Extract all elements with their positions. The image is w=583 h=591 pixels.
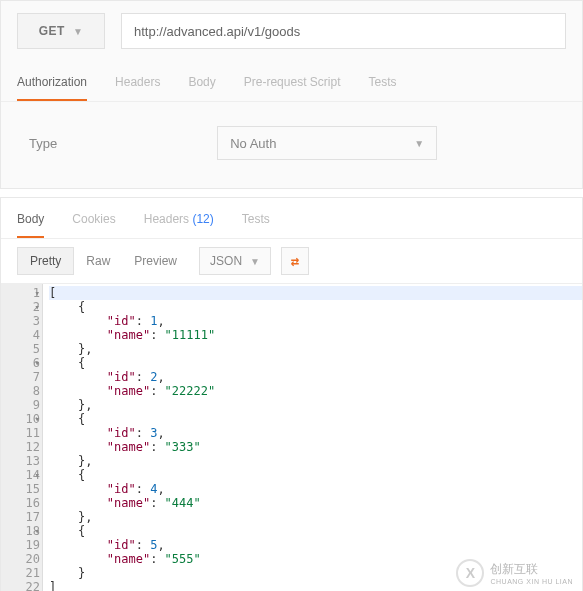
tab-headers[interactable]: Headers [115,69,160,101]
http-method-select[interactable]: GET ▼ [17,13,105,49]
fold-icon[interactable]: ▾ [35,524,40,538]
watermark: X 创新互联 CHUANG XIN HU LIAN [456,559,573,587]
pretty-mode-button[interactable]: Pretty [17,247,74,275]
wrap-lines-icon[interactable]: ⇄ [281,247,309,275]
line-gutter: 1▾2▾3456▾78910▾11121314▾15161718▾1920212… [1,284,43,591]
chevron-down-icon: ▼ [250,256,260,267]
auth-type-value: No Auth [230,136,276,151]
watermark-logo-icon: X [456,559,484,587]
raw-mode-button[interactable]: Raw [74,248,122,274]
auth-type-label: Type [29,136,57,151]
fold-icon[interactable]: ▾ [35,356,40,370]
request-panel: GET ▼ AuthorizationHeadersBodyPre-reques… [0,0,583,189]
tab-cookies[interactable]: Cookies [72,206,115,238]
url-input[interactable] [121,13,566,49]
request-tabs: AuthorizationHeadersBodyPre-request Scri… [1,61,582,102]
chevron-down-icon: ▼ [73,26,83,37]
tab-body[interactable]: Body [17,206,44,238]
chevron-down-icon: ▼ [414,138,424,149]
preview-mode-button[interactable]: Preview [122,248,189,274]
watermark-text-cn: 创新互联 [490,561,573,578]
tab-body[interactable]: Body [188,69,215,101]
fold-icon[interactable]: ▾ [35,412,40,426]
format-select[interactable]: JSON ▼ [199,247,271,275]
response-body-editor[interactable]: 1▾2▾3456▾78910▾11121314▾15161718▾1920212… [1,283,582,591]
auth-type-select[interactable]: No Auth ▼ [217,126,437,160]
tab-pre-request-script[interactable]: Pre-request Script [244,69,341,101]
fold-icon[interactable]: ▾ [35,286,40,300]
header-count-badge: (12) [192,212,213,226]
auth-section: Type No Auth ▼ [1,102,582,188]
fold-icon[interactable]: ▾ [35,468,40,482]
watermark-text-en: CHUANG XIN HU LIAN [490,578,573,585]
fold-icon[interactable]: ▾ [35,300,40,314]
tab-authorization[interactable]: Authorization [17,69,87,101]
format-label: JSON [210,254,242,268]
response-tabs: Body Cookies Headers (12)Tests [1,198,582,239]
tab-tests[interactable]: Tests [242,206,270,238]
tab-tests[interactable]: Tests [368,69,396,101]
tab-headers[interactable]: Headers (12) [144,206,214,238]
code-content: [ { "id": 1, "name": "11111" }, { "id": … [43,284,582,591]
viewer-toolbar: PrettyRawPreview JSON ▼ ⇄ [1,239,582,283]
http-method-label: GET [39,24,65,38]
response-panel: Body Cookies Headers (12)Tests PrettyRaw… [0,197,583,591]
